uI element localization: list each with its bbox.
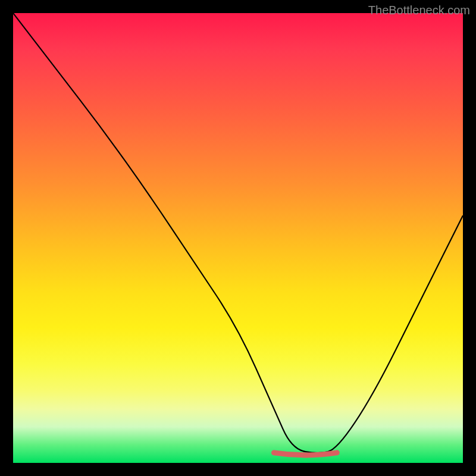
bottleneck-marker [274, 453, 337, 455]
plot-area [13, 13, 463, 463]
chart-svg [13, 13, 463, 463]
curve-line [13, 13, 463, 453]
watermark-text: TheBottleneck.com [368, 4, 470, 17]
